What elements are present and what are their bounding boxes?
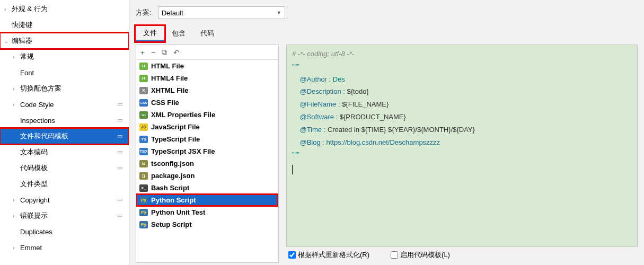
chevron-icon: › bbox=[13, 245, 20, 251]
sidebar-item[interactable]: ⌄编辑器 bbox=[0, 33, 129, 49]
live-template-label: 启用代码模板(L) bbox=[400, 250, 450, 260]
file-item-label: TypeScript File bbox=[151, 135, 200, 143]
sidebar-item[interactable]: ›Emmet bbox=[0, 240, 129, 255]
badge-icon: ▭ bbox=[117, 132, 125, 140]
tab[interactable]: 代码 bbox=[193, 26, 222, 40]
editor-options: 根据样式重新格式化(R) 启用代码模板(L) bbox=[286, 247, 638, 263]
file-item-label: JavaScript File bbox=[151, 123, 200, 131]
file-item-label: TypeScript JSX File bbox=[151, 147, 215, 155]
file-item[interactable]: HHTML File bbox=[136, 60, 278, 72]
file-item-label: Python Script bbox=[151, 196, 196, 204]
sidebar-item[interactable]: Font bbox=[0, 65, 129, 81]
file-type-icon: txt bbox=[139, 111, 148, 119]
editor-pane: # -*- coding: utf-8 -*- """ @Author : De… bbox=[286, 45, 638, 263]
file-item[interactable]: PySetup Script bbox=[136, 218, 278, 231]
live-template-input[interactable] bbox=[391, 251, 398, 259]
tabs: 文件包含代码 bbox=[136, 25, 638, 41]
file-item[interactable]: TSXTypeScript JSX File bbox=[136, 145, 278, 157]
file-item[interactable]: PyPython Unit Test bbox=[136, 206, 278, 218]
badge-icon: ▭ bbox=[117, 212, 125, 219]
sidebar-item-label: 镶嵌提示 bbox=[20, 211, 117, 220]
sidebar-item[interactable]: 文件类型 bbox=[0, 176, 129, 192]
file-item-label: Setup Script bbox=[151, 220, 192, 228]
badge-icon: ▭ bbox=[117, 164, 125, 172]
file-type-icon: X bbox=[139, 87, 148, 94]
sidebar-item[interactable]: 文件和代码模板▭ bbox=[0, 128, 129, 144]
sidebar-item-label: 切换配色方案 bbox=[20, 84, 129, 93]
sidebar-item-label: Code Style bbox=[20, 101, 117, 109]
reformat-checkbox[interactable]: 根据样式重新格式化(R) bbox=[288, 250, 369, 260]
file-item-label: XHTML File bbox=[151, 86, 189, 94]
reformat-input[interactable] bbox=[288, 251, 296, 259]
file-item[interactable]: JSJavaScript File bbox=[136, 121, 278, 133]
tab[interactable]: 包含 bbox=[164, 26, 193, 40]
file-type-icon: Py bbox=[139, 209, 148, 216]
file-type-icon: TS bbox=[139, 136, 148, 143]
remove-icon[interactable]: − bbox=[151, 48, 155, 57]
tab[interactable]: 文件 bbox=[136, 26, 164, 41]
file-item[interactable]: txtXML Properties File bbox=[136, 109, 278, 121]
file-item[interactable]: TSTypeScript File bbox=[136, 133, 278, 145]
file-type-icon: Py bbox=[139, 221, 148, 228]
file-item-label: package.json bbox=[151, 172, 195, 180]
sidebar-item-label: Inspections bbox=[20, 117, 117, 125]
main-panel: 方案: Default ▼ 文件包含代码 + − ⧉ ↶ HHTML FileH… bbox=[129, 0, 644, 265]
file-item-label: tsconfig.json bbox=[151, 160, 194, 167]
sidebar-item[interactable]: ›切换配色方案 bbox=[0, 81, 129, 96]
chevron-icon: ⌄ bbox=[4, 38, 12, 44]
chevron-icon: › bbox=[13, 102, 20, 108]
file-type-icon: {} bbox=[139, 172, 148, 180]
file-item-label: XML Properties File bbox=[151, 111, 215, 119]
file-item[interactable]: {}package.json bbox=[136, 170, 278, 182]
sidebar-item-label: 文件和代码模板 bbox=[20, 131, 117, 141]
file-item[interactable]: XXHTML File bbox=[136, 84, 278, 96]
sidebar-item[interactable]: ›镶嵌提示▭ bbox=[0, 208, 129, 224]
sidebar-item[interactable]: 代码模板▭ bbox=[0, 160, 129, 176]
chevron-icon: › bbox=[13, 86, 20, 92]
sidebar-item[interactable]: Inspections▭ bbox=[0, 112, 129, 128]
sidebar-item-label: 外观 & 行为 bbox=[12, 4, 129, 14]
file-type-icon: JS bbox=[139, 123, 148, 131]
chevron-icon: › bbox=[13, 213, 20, 219]
sidebar-item-label: Emmet bbox=[20, 244, 129, 252]
scheme-label: 方案: bbox=[136, 8, 152, 17]
file-item-label: CSS File bbox=[151, 99, 179, 107]
file-type-icon: CSS bbox=[139, 99, 148, 107]
sidebar-item[interactable]: ›外观 & 行为 bbox=[0, 1, 129, 17]
scheme-select[interactable]: Default ▼ bbox=[158, 6, 285, 19]
sidebar-item[interactable]: 快捷键 bbox=[0, 17, 129, 33]
sidebar-item[interactable]: Duplicates bbox=[0, 224, 129, 240]
file-item-label: Bash Script bbox=[151, 184, 189, 192]
file-item[interactable]: CSSCSS File bbox=[136, 96, 278, 109]
badge-icon: ▭ bbox=[117, 148, 125, 156]
sidebar-item-label: Duplicates bbox=[20, 228, 129, 236]
file-type-icon: ts bbox=[139, 160, 148, 167]
badge-icon: ▭ bbox=[117, 101, 125, 108]
template-editor[interactable]: # -*- coding: utf-8 -*- """ @Author : De… bbox=[286, 45, 638, 247]
sidebar-item[interactable]: ›Copyright▭ bbox=[0, 192, 129, 208]
sidebar-item[interactable]: ›常规 bbox=[0, 49, 129, 65]
scheme-value: Default bbox=[162, 9, 183, 17]
sidebar-item-label: 常规 bbox=[20, 52, 129, 61]
file-item[interactable]: PyPython Script bbox=[136, 194, 278, 206]
sidebar-item-label: 文本编码 bbox=[20, 147, 117, 157]
file-item[interactable]: HHTML4 File bbox=[136, 72, 278, 84]
copy-icon[interactable]: ⧉ bbox=[162, 48, 167, 57]
file-type-icon: Py bbox=[139, 197, 148, 204]
reformat-label: 根据样式重新格式化(R) bbox=[298, 250, 369, 260]
templates-list-pane: + − ⧉ ↶ HHTML FileHHTML4 FileXXHTML File… bbox=[136, 45, 279, 263]
badge-icon: ▭ bbox=[117, 117, 125, 124]
add-icon[interactable]: + bbox=[140, 48, 145, 57]
sidebar-item[interactable]: 文本编码▭ bbox=[0, 144, 129, 160]
file-item-label: Python Unit Test bbox=[151, 208, 205, 216]
file-type-icon: H bbox=[139, 75, 148, 82]
file-item[interactable]: tstsconfig.json bbox=[136, 157, 278, 170]
file-item[interactable]: >_Bash Script bbox=[136, 182, 278, 194]
live-template-checkbox[interactable]: 启用代码模板(L) bbox=[391, 250, 450, 260]
file-type-icon: TSX bbox=[139, 148, 148, 155]
sidebar-item-label: Font bbox=[20, 69, 129, 77]
undo-icon[interactable]: ↶ bbox=[173, 48, 180, 57]
file-type-icon: H bbox=[139, 63, 148, 70]
sidebar-item-label: Copyright bbox=[20, 196, 117, 204]
sidebar-item[interactable]: ›Code Style▭ bbox=[0, 96, 129, 112]
